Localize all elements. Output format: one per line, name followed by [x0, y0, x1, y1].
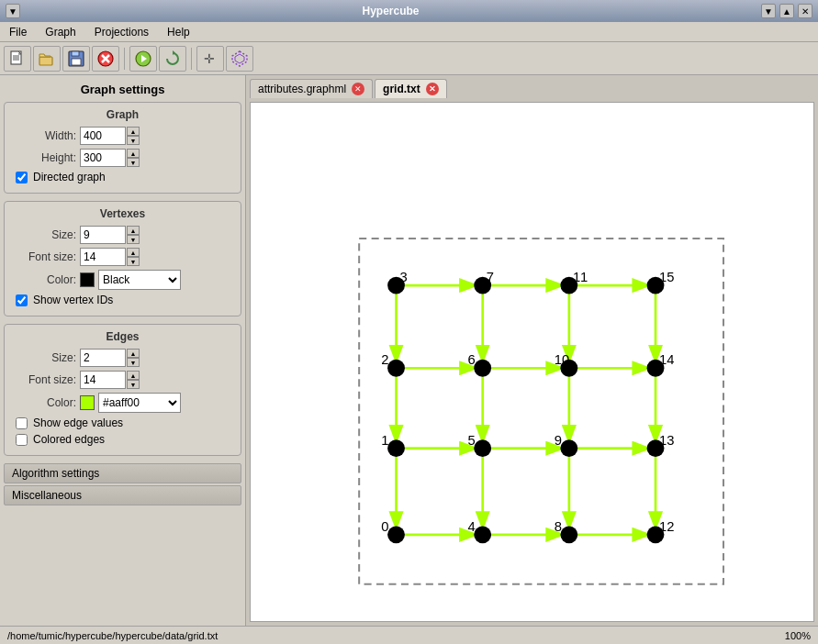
show-values-checkbox[interactable] [16, 417, 28, 429]
tab-grid-close[interactable]: ✕ [426, 83, 439, 95]
right-panel: attributes.graphml ✕ grid.txt ✕ [246, 75, 818, 626]
toolbar-sep2 [191, 48, 192, 70]
edges-section-label: Edges [12, 330, 233, 343]
vertex-font-size-spin: ▲ ▼ [80, 248, 140, 266]
show-ids-row: Show vertex IDs [12, 294, 233, 306]
label-2: 2 [381, 352, 388, 367]
label-7: 7 [487, 270, 494, 284]
miscellaneous-header[interactable]: Miscellaneous [4, 485, 241, 505]
show-ids-checkbox[interactable] [16, 294, 28, 306]
height-label: Height: [12, 151, 76, 164]
vertex-size-down-btn[interactable]: ▼ [127, 235, 140, 244]
win-menu-btn[interactable]: ▼ [6, 4, 20, 18]
edge-font-size-down-btn[interactable]: ▼ [127, 380, 140, 389]
edge-size-input[interactable] [80, 349, 126, 367]
width-row: Width: ▲ ▼ [12, 127, 233, 145]
menu-help[interactable]: Help [162, 24, 196, 40]
main-content: Graph settings Graph Width: ▲ ▼ Height: [0, 75, 818, 626]
select-button[interactable] [226, 46, 253, 72]
edge-size-down-btn[interactable]: ▼ [127, 358, 140, 367]
menubar: File Graph Projections Help [0, 22, 818, 42]
vertex-color-swatch [80, 272, 95, 287]
svg-marker-15 [235, 54, 244, 63]
edge-font-size-up-btn[interactable]: ▲ [127, 371, 140, 380]
menu-file[interactable]: File [4, 24, 32, 40]
label-6: 6 [468, 352, 476, 367]
height-input[interactable] [80, 149, 126, 167]
titlebar: ▼ Hypercube ▼ ▲ ✕ [0, 0, 818, 22]
win-minimize-btn[interactable]: ▼ [761, 4, 776, 18]
edge-size-up-btn[interactable]: ▲ [127, 349, 140, 358]
refresh-button[interactable] [159, 46, 186, 72]
vertex-font-size-down-btn[interactable]: ▼ [127, 257, 140, 266]
edge-font-size-input[interactable] [80, 371, 126, 389]
edge-font-size-spin-btns: ▲ ▼ [127, 371, 140, 389]
colored-edges-label: Colored edges [33, 433, 105, 446]
graph-canvas-container[interactable]: 3 7 11 15 2 6 10 14 1 5 [250, 102, 814, 622]
statusbar: /home/tumic/hypercube/hypercube/data/gri… [0, 626, 818, 644]
win-close-btn[interactable]: ✕ [798, 4, 812, 18]
height-spin: ▲ ▼ [80, 149, 140, 167]
width-spin-btns: ▲ ▼ [127, 127, 140, 145]
node-6[interactable] [474, 360, 491, 377]
win-right-controls: ▼ ▲ ✕ [761, 4, 812, 18]
directed-label: Directed graph [33, 171, 106, 183]
show-values-label: Show edge values [33, 416, 123, 429]
width-input[interactable] [80, 127, 126, 145]
vertex-color-label: Color: [12, 273, 76, 286]
menu-graph[interactable]: Graph [39, 24, 81, 40]
graph-section-label: Graph [12, 108, 233, 121]
height-down-btn[interactable]: ▼ [127, 158, 140, 167]
tab-grid[interactable]: grid.txt ✕ [375, 79, 447, 98]
run-button[interactable] [129, 46, 157, 72]
vertex-color-row: Color: Black White Red Green Blue [12, 270, 233, 290]
node-1[interactable] [387, 439, 405, 457]
svg-text:✛: ✛ [204, 51, 215, 66]
directed-row: Directed graph [12, 171, 233, 183]
vertex-size-spin-btns: ▲ ▼ [127, 226, 140, 244]
node-5[interactable] [474, 439, 491, 457]
win-maximize-btn[interactable]: ▲ [779, 4, 794, 18]
save-button[interactable] [62, 46, 90, 72]
label-12: 12 [659, 519, 674, 534]
edge-font-size-label: Font size: [12, 373, 76, 386]
vertex-font-size-up-btn[interactable]: ▲ [127, 248, 140, 257]
vertexes-section-label: Vertexes [12, 207, 233, 220]
vertex-size-up-btn[interactable]: ▲ [127, 226, 140, 235]
label-8: 8 [555, 519, 562, 534]
width-down-btn[interactable]: ▼ [127, 136, 140, 145]
new-button[interactable] [4, 46, 31, 72]
label-4: 4 [468, 519, 476, 534]
node-0[interactable] [387, 526, 405, 543]
tab-attributes-close[interactable]: ✕ [352, 83, 364, 95]
node-8[interactable] [560, 526, 577, 543]
algorithm-settings-header[interactable]: Algorithm settings [4, 463, 241, 483]
directed-checkbox[interactable] [16, 172, 28, 183]
node-2[interactable] [387, 360, 405, 377]
vertex-font-size-input[interactable] [80, 248, 126, 266]
vertex-color-select: Black White Red Green Blue [80, 270, 181, 290]
open-button[interactable] [33, 46, 61, 72]
vertex-font-size-label: Font size: [12, 250, 76, 263]
move-button[interactable]: ✛ [196, 46, 224, 72]
height-up-btn[interactable]: ▲ [127, 149, 140, 158]
tab-attributes[interactable]: attributes.graphml ✕ [250, 79, 373, 98]
vertex-color-dropdown[interactable]: Black White Red Green Blue [98, 270, 181, 290]
width-up-btn[interactable]: ▲ [127, 127, 140, 136]
node-4[interactable] [474, 526, 491, 543]
show-values-row: Show edge values [12, 416, 233, 429]
width-label: Width: [12, 129, 76, 142]
window-title: Hypercube [362, 5, 419, 17]
vertex-font-size-spin-btns: ▲ ▼ [127, 248, 140, 266]
colored-edges-checkbox[interactable] [16, 434, 28, 446]
edge-color-dropdown[interactable]: #aaff00 Black Red [98, 393, 181, 413]
tabs-bar: attributes.graphml ✕ grid.txt ✕ [246, 75, 818, 98]
node-9[interactable] [560, 439, 577, 457]
vertex-size-input[interactable] [80, 226, 126, 244]
label-13: 13 [659, 433, 674, 448]
panel-title: Graph settings [4, 79, 241, 102]
miscellaneous-label: Miscellaneous [12, 489, 82, 502]
edge-color-row: Color: #aaff00 Black Red [12, 393, 233, 413]
menu-projections[interactable]: Projections [89, 24, 154, 40]
stop-button[interactable] [92, 46, 119, 72]
